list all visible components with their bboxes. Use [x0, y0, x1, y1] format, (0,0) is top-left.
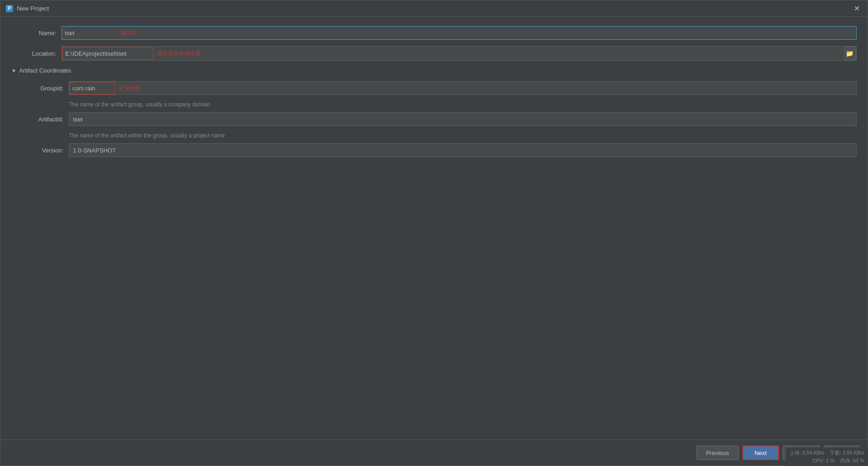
dialog-title: New Project — [17, 5, 49, 12]
version-input[interactable] — [69, 144, 856, 157]
section-toggle[interactable]: ▼ — [11, 68, 16, 73]
artifactid-row: ArtifactId: — [19, 112, 857, 126]
status-cpu-memory: CPU: 1 % 内存: 63 % — [812, 457, 864, 464]
previous-button[interactable]: Previous — [696, 445, 739, 460]
browse-button[interactable]: 📁 — [843, 47, 856, 60]
artifactid-input[interactable] — [69, 113, 856, 126]
version-field-wrapper — [69, 143, 857, 157]
groupid-input[interactable] — [69, 82, 115, 94]
next-button[interactable]: Next — [743, 445, 779, 460]
name-label: Name: — [11, 30, 62, 37]
groupid-help: The name of the artifact group, usually … — [69, 101, 857, 108]
name-annotation: 项目名 — [117, 29, 141, 37]
artifactid-field-wrapper — [69, 112, 857, 126]
status-bar: 上传: 0.59 KB/s 下载: 3.55 KB/s CPU: 1 % 内存:… — [786, 448, 868, 466]
cpu-status: CPU: 1 % — [812, 458, 834, 463]
name-row: Name: 项目名 — [11, 26, 857, 40]
location-input[interactable] — [62, 47, 153, 60]
dialog-content: Name: 项目名 Location: 项目所在本地位置 📁 — [0, 17, 868, 440]
groupid-label: GroupId: — [19, 85, 69, 92]
artifactid-label: ArtifactId: — [19, 116, 69, 123]
status-upload-download: 上传: 0.59 KB/s 下载: 3.55 KB/s — [790, 450, 864, 456]
name-input[interactable] — [62, 26, 117, 39]
location-label: Location: — [11, 50, 62, 57]
version-row: Version: — [19, 143, 857, 157]
artifact-section-header: ▼ Artifact Coordinates — [11, 67, 857, 74]
artifact-section-content: GroupId: 定义组织 The name of the artifact g… — [11, 81, 857, 157]
groupid-annotation: 定义组织 — [115, 84, 144, 92]
name-field-wrapper: 项目名 — [62, 26, 857, 40]
dialog-icon: P — [6, 5, 13, 12]
location-row: Location: 项目所在本地位置 📁 — [11, 46, 857, 61]
dialog-overlay: P New Project ✕ Name: 项目名 Location: — [0, 0, 868, 466]
groupid-field-wrapper: 定义组织 — [69, 81, 857, 95]
titlebar-left: P New Project — [6, 5, 49, 12]
upload-status: 上传: 0.59 KB/s — [790, 450, 824, 456]
location-field-wrapper: 项目所在本地位置 📁 — [62, 46, 857, 61]
memory-status: 内存: 63 % — [840, 458, 864, 463]
artifact-section-title: Artifact Coordinates — [19, 67, 71, 74]
close-button[interactable]: ✕ — [851, 3, 862, 14]
new-project-dialog: P New Project ✕ Name: 项目名 Location: — [0, 0, 868, 466]
groupid-row: GroupId: 定义组织 — [19, 81, 857, 95]
download-status: 下载: 3.55 KB/s — [830, 450, 864, 456]
dialog-footer: Previous Next Cancel Help — [0, 440, 868, 466]
dialog-titlebar: P New Project ✕ — [0, 0, 868, 17]
artifactid-help: The name of the artifact within the grou… — [69, 132, 857, 139]
location-annotation: 项目所在本地位置 — [153, 50, 204, 58]
version-label: Version: — [19, 147, 69, 154]
